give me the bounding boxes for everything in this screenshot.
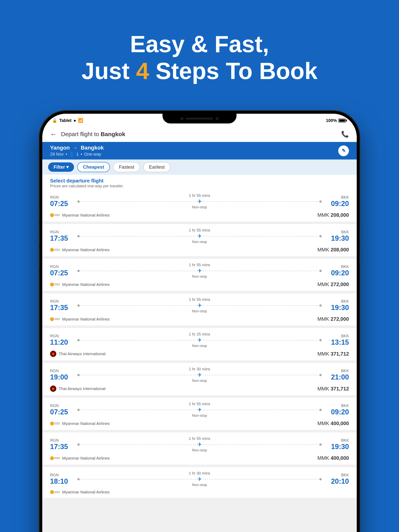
flight-price: MMK 371,712 [317,351,349,357]
flight-airline-row: ✿ Thai Airways International MMK 371,712 [42,384,357,395]
arr-time: 19:30 [324,234,349,242]
flight-card[interactable]: RGN 18:10 1 hr 30 mins ✈ Non-stop BKK 20… [42,467,357,498]
dashed-line-right [203,340,318,340]
route-date: 29 Nov [50,152,64,157]
dashed-line-right [203,201,318,202]
arrival-info: BKK 19:30 [324,230,349,242]
flight-card[interactable]: RGN 17:35 1 hr 55 mins ✈ Non-stop BKK 19… [42,293,357,326]
mna-coin [50,317,54,321]
mna-lines [54,457,60,459]
sort-cheapest-button[interactable]: Cheapest [77,162,110,172]
mna-lines [54,491,60,493]
route-dot-right [319,270,322,272]
airline-name: Myanmar National Airlines [62,456,110,461]
plane-icon: ✈ [197,372,202,378]
plane-icon: ✈ [197,476,202,482]
flight-duration: 1 hr 30 mins [189,367,210,371]
flight-line: ✈ [77,407,322,413]
arrival-info: BKK 19:30 [324,438,349,451]
dep-time: 07:25 [50,200,75,208]
airline-left: Myanmar National Airlines [50,247,110,252]
flight-main-row: RGN 07:25 1 hr 55 mins ✈ Non-stop BKK 09… [42,398,357,419]
arr-code: BKK [324,195,349,200]
dashed-line-left [81,305,196,306]
dep-code: RGN [50,299,75,304]
stop-info: Non-stop [192,205,207,209]
dashed-line-right [203,236,318,236]
departure-info: RGN 11:20 [50,334,75,346]
flight-main-row: RGN 17:35 1 hr 55 mins ✈ Non-stop BKK 19… [42,432,357,454]
mna-coin [50,456,54,460]
side-button-left2 [39,225,39,245]
flight-main-row: RGN 17:35 1 hr 55 mins ✈ Non-stop BKK 19… [42,224,357,246]
back-button[interactable]: ← [50,130,57,138]
sort-earliest-button[interactable]: Earliest [143,162,170,172]
route-dot-left [77,374,80,376]
flight-route-visual: 1 hr 55 mins ✈ Non-stop [77,436,322,452]
dep-time: 18:10 [50,477,75,485]
flight-card[interactable]: RGN 19:00 1 hr 30 mins ✈ Non-stop BKK 21… [42,363,357,395]
arr-code: BKK [324,438,349,443]
flight-card[interactable]: RGN 17:35 1 hr 55 mins ✈ Non-stop BKK 19… [42,432,357,465]
flight-line: ✈ [77,337,322,343]
stop-info: Non-stop [192,344,207,348]
flight-duration: 1 hr 55 mins [189,263,210,267]
arrival-info: BKK 19:30 [324,299,349,312]
dep-code: RGN [50,369,75,373]
departure-info: RGN 07:25 [50,265,75,277]
airline-logo-mna [50,248,60,252]
route-dot-left [77,478,80,480]
flight-airline-row: Myanmar National Airlines MMK 400,000 [42,419,357,430]
airline-name: Thai Airways International [59,351,105,356]
flight-card[interactable]: RGN 07:25 1 hr 55 mins ✈ Non-stop BKK 09… [42,259,357,291]
wifi-signal: 📶 [78,118,83,123]
dep-time: 17:35 [50,304,75,312]
departure-info: RGN 07:25 [50,404,75,416]
flight-airline-row: Myanmar National Airlines [42,488,357,498]
departure-info: RGN 07:25 [50,195,75,208]
arrival-info: BKK 09:20 [324,404,349,416]
flight-card[interactable]: RGN 11:20 1 hr 25 mins ✈ Non-stop BKK 13… [42,328,357,361]
airline-logo-thai: ✿ [50,351,56,357]
sort-fastest-button[interactable]: Fastest [113,162,140,172]
flight-duration: 1 hr 55 mins [189,228,210,233]
route-dot-left [77,339,80,341]
mna-coin [50,248,54,252]
flight-card[interactable]: RGN 07:25 1 hr 55 mins ✈ Non-stop BKK 09… [42,190,357,222]
flight-card[interactable]: RGN 17:35 1 hr 55 mins ✈ Non-stop BKK 19… [42,224,357,256]
airline-left: Myanmar National Airlines [50,213,110,217]
stop-info: Non-stop [192,240,207,244]
dashed-line-left [81,201,196,202]
flight-route-visual: 1 hr 30 mins ✈ Non-stop [77,367,322,383]
plane-icon: ✈ [197,267,202,274]
airline-name: Myanmar National Airlines [62,317,110,322]
airline-left: Myanmar National Airlines [50,282,110,287]
flight-card[interactable]: RGN 07:25 1 hr 55 mins ✈ Non-stop BKK 09… [42,398,357,430]
dep-time: 19:00 [50,373,75,381]
route-dot-left [77,270,80,272]
hero-section: Easy & Fast, Just 4 Steps To Book [0,0,399,106]
plane-icon: ✈ [197,302,202,309]
airline-left: ✿ Thai Airways International [50,386,105,392]
stop-info: Non-stop [192,413,207,418]
flight-airline-row: Myanmar National Airlines MMK 208,000 [42,246,357,256]
dashed-line-right [203,479,318,479]
departure-info: RGN 17:35 [50,230,75,242]
dashed-line-left [81,479,196,479]
route-dot-right [319,409,322,411]
phone-support-icon[interactable]: 📞 [341,130,349,138]
flight-airline-row: Myanmar National Airlines MMK 208,000 [42,211,357,222]
side-button-right2 [360,250,360,266]
flight-line: ✈ [77,302,322,309]
flight-price: MMK 208,000 [317,247,349,253]
arrival-info: BKK 09:20 [324,265,349,277]
notch-camera [180,117,184,120]
passenger-count: 1 [76,152,78,157]
arr-time: 09:20 [324,269,349,277]
airline-name: Myanmar National Airlines [62,247,110,252]
filter-button[interactable]: Filter ▾ [48,162,74,172]
edit-search-button[interactable]: ✎ [338,146,349,156]
airline-logo-mna [50,456,60,460]
route-dot2: • [81,152,82,157]
plane-icon: ✈ [197,233,202,239]
